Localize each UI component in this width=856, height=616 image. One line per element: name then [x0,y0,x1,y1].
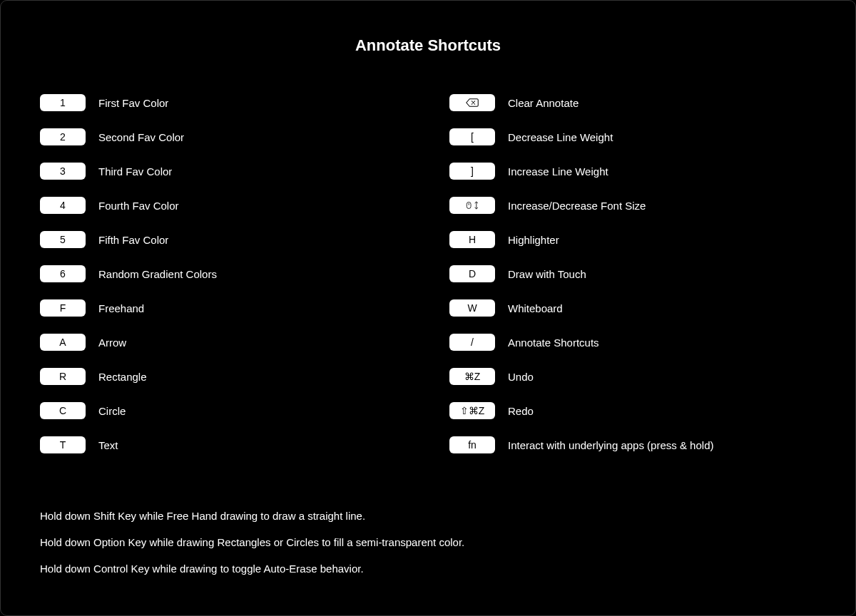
shortcut-label: Increase Line Weight [508,165,608,178]
key-badge: H [449,231,495,248]
hint-line: Hold down Control Key while drawing to t… [40,563,816,575]
left-column: 1First Fav Color2Second Fav Color3Third … [40,94,407,471]
shortcut-row: 2Second Fav Color [40,128,407,145]
key-badge: D [449,265,495,282]
svg-rect-0 [467,202,471,209]
shortcut-label: Fifth Fav Color [98,234,168,246]
key-badge: ⌘Z [449,368,495,385]
key-badge: R [40,368,86,385]
shortcut-row: fnInteract with underlying apps (press &… [449,436,816,453]
shortcut-label: Increase/Decrease Font Size [508,200,646,212]
key-badge: 5 [40,231,86,248]
shortcut-row: ]Increase Line Weight [449,163,816,180]
shortcut-row: 4Fourth Fav Color [40,197,407,214]
shortcut-label: Arrow [98,337,126,349]
key-badge: T [40,436,86,453]
shortcut-label: Redo [508,405,534,417]
shortcut-label: Freehand [98,302,144,314]
shortcut-row: ⌘ZUndo [449,368,816,385]
hint-line: Hold down Option Key while drawing Recta… [40,536,816,548]
shortcut-label: Rectangle [98,371,147,383]
shortcut-label: Circle [98,405,126,417]
shortcut-row: WWhiteboard [449,299,816,317]
shortcut-row: /Annotate Shortcuts [449,334,816,351]
shortcut-row: FFreehand [40,299,407,317]
shortcut-row: 1First Fav Color [40,94,407,111]
key-badge [449,197,495,214]
key-badge: W [449,299,495,317]
shortcut-row: 5Fifth Fav Color [40,231,407,248]
right-column: Clear Annotate[Decrease Line Weight]Incr… [449,94,816,471]
key-badge: fn [449,436,495,453]
key-badge: F [40,299,86,317]
key-badge: 2 [40,128,86,145]
hints-section: Hold down Shift Key while Free Hand draw… [40,510,816,575]
shortcut-row: AArrow [40,334,407,351]
shortcut-label: First Fav Color [98,97,168,109]
shortcut-label: Random Gradient Colors [98,268,217,280]
shortcut-label: Interact with underlying apps (press & h… [508,439,713,451]
shortcut-row: ⇧⌘ZRedo [449,402,816,419]
shortcut-row: 6Random Gradient Colors [40,265,407,282]
shortcut-label: Whiteboard [508,302,563,314]
shortcut-row: Increase/Decrease Font Size [449,197,816,214]
key-badge [449,94,495,111]
hint-line: Hold down Shift Key while Free Hand draw… [40,510,816,522]
shortcut-row: TText [40,436,407,453]
shortcut-label: Text [98,439,118,451]
key-badge: / [449,334,495,351]
shortcut-label: Draw with Touch [508,268,586,280]
key-badge: 1 [40,94,86,111]
key-badge: A [40,334,86,351]
key-badge: ] [449,163,495,180]
shortcut-row: Clear Annotate [449,94,816,111]
shortcut-row: [Decrease Line Weight [449,128,816,145]
page-title: Annotate Shortcuts [40,36,816,55]
shortcut-row: 3Third Fav Color [40,163,407,180]
backspace-icon [466,98,479,108]
scroll-icon [466,200,479,210]
key-badge: 3 [40,163,86,180]
key-badge: C [40,402,86,419]
shortcut-label: Third Fav Color [98,165,172,178]
shortcut-label: Decrease Line Weight [508,131,613,143]
key-badge: 4 [40,197,86,214]
shortcuts-columns: 1First Fav Color2Second Fav Color3Third … [40,94,816,471]
shortcuts-window: Annotate Shortcuts 1First Fav Color2Seco… [0,0,856,616]
shortcut-row: DDraw with Touch [449,265,816,282]
shortcut-row: RRectangle [40,368,407,385]
shortcut-label: Undo [508,371,534,383]
shortcut-row: CCircle [40,402,407,419]
key-badge: ⇧⌘Z [449,402,495,419]
shortcut-label: Highlighter [508,234,559,246]
key-badge: [ [449,128,495,145]
shortcut-label: Second Fav Color [98,131,184,143]
shortcut-label: Clear Annotate [508,97,579,109]
key-badge: 6 [40,265,86,282]
shortcut-label: Fourth Fav Color [98,200,179,212]
shortcut-label: Annotate Shortcuts [508,337,599,349]
shortcut-row: HHighlighter [449,231,816,248]
